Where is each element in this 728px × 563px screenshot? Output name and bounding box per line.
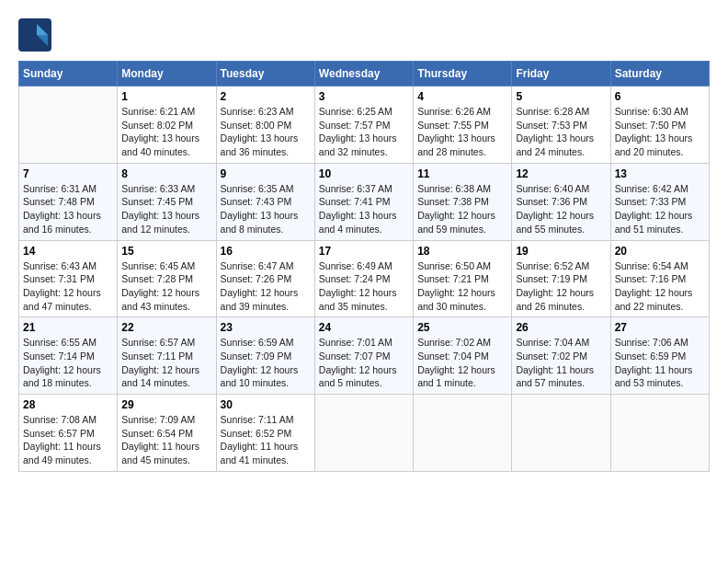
- calendar-cell: 23Sunrise: 6:59 AMSunset: 7:09 PMDayligh…: [216, 317, 314, 395]
- logo: [18, 18, 57, 52]
- calendar-cell: 13Sunrise: 6:42 AMSunset: 7:33 PMDayligh…: [610, 163, 709, 240]
- day-info: Sunrise: 6:54 AMSunset: 7:16 PMDaylight:…: [615, 259, 705, 314]
- day-info: Sunrise: 6:50 AMSunset: 7:21 PMDaylight:…: [417, 259, 507, 314]
- day-number: 3: [319, 90, 409, 103]
- day-info: Sunrise: 6:55 AMSunset: 7:14 PMDaylight:…: [23, 336, 113, 390]
- calendar-cell: 28Sunrise: 7:08 AMSunset: 6:57 PMDayligh…: [19, 395, 118, 472]
- weekday-header: Friday: [512, 62, 610, 86]
- logo-icon: [18, 18, 51, 52]
- calendar-cell: 9Sunrise: 6:35 AMSunset: 7:43 PMDaylight…: [216, 163, 314, 240]
- calendar-cell: 17Sunrise: 6:49 AMSunset: 7:24 PMDayligh…: [314, 240, 413, 317]
- calendar-body: 1Sunrise: 6:21 AMSunset: 8:02 PMDaylight…: [19, 86, 710, 472]
- calendar-cell: 10Sunrise: 6:37 AMSunset: 7:41 PMDayligh…: [314, 163, 413, 240]
- day-info: Sunrise: 6:42 AMSunset: 7:33 PMDaylight:…: [615, 182, 705, 236]
- day-number: 11: [417, 167, 507, 180]
- day-number: 14: [23, 245, 113, 258]
- weekday-header: Sunday: [19, 62, 118, 86]
- day-number: 15: [121, 245, 211, 258]
- day-number: 19: [516, 245, 606, 258]
- day-info: Sunrise: 7:02 AMSunset: 7:04 PMDaylight:…: [417, 336, 507, 390]
- day-info: Sunrise: 6:49 AMSunset: 7:24 PMDaylight:…: [319, 259, 409, 314]
- day-info: Sunrise: 7:11 AMSunset: 6:52 PMDaylight:…: [221, 413, 311, 467]
- day-info: Sunrise: 6:21 AMSunset: 8:02 PMDaylight:…: [121, 105, 211, 159]
- calendar-header: SundayMondayTuesdayWednesdayThursdayFrid…: [19, 62, 710, 86]
- weekday-header: Monday: [118, 62, 216, 86]
- weekday-header: Thursday: [414, 62, 512, 86]
- calendar-cell: [314, 395, 413, 472]
- calendar-cell: 7Sunrise: 6:31 AMSunset: 7:48 PMDaylight…: [19, 163, 118, 240]
- calendar-week-row: 7Sunrise: 6:31 AMSunset: 7:48 PMDaylight…: [19, 163, 710, 240]
- day-info: Sunrise: 6:57 AMSunset: 7:11 PMDaylight:…: [121, 336, 211, 390]
- day-number: 10: [319, 167, 409, 180]
- calendar-cell: 21Sunrise: 6:55 AMSunset: 7:14 PMDayligh…: [19, 317, 118, 395]
- day-info: Sunrise: 6:31 AMSunset: 7:48 PMDaylight:…: [23, 182, 113, 236]
- calendar-cell: [414, 395, 512, 472]
- calendar-cell: 20Sunrise: 6:54 AMSunset: 7:16 PMDayligh…: [610, 240, 709, 317]
- calendar-week-row: 21Sunrise: 6:55 AMSunset: 7:14 PMDayligh…: [19, 317, 710, 395]
- day-info: Sunrise: 7:04 AMSunset: 7:02 PMDaylight:…: [516, 336, 606, 390]
- day-number: 1: [121, 90, 211, 103]
- day-info: Sunrise: 7:01 AMSunset: 7:07 PMDaylight:…: [319, 336, 409, 390]
- day-number: 4: [417, 90, 507, 103]
- weekday-header: Saturday: [610, 62, 709, 86]
- day-number: 6: [615, 90, 705, 103]
- day-number: 25: [417, 321, 507, 334]
- day-info: Sunrise: 7:09 AMSunset: 6:54 PMDaylight:…: [121, 413, 211, 467]
- day-info: Sunrise: 6:59 AMSunset: 7:09 PMDaylight:…: [221, 336, 311, 390]
- day-info: Sunrise: 6:25 AMSunset: 7:57 PMDaylight:…: [319, 105, 409, 159]
- calendar-cell: 14Sunrise: 6:43 AMSunset: 7:31 PMDayligh…: [19, 240, 118, 317]
- calendar-cell: 25Sunrise: 7:02 AMSunset: 7:04 PMDayligh…: [414, 317, 512, 395]
- day-number: 21: [23, 321, 113, 334]
- calendar-cell: 5Sunrise: 6:28 AMSunset: 7:53 PMDaylight…: [512, 86, 610, 164]
- day-info: Sunrise: 6:45 AMSunset: 7:28 PMDaylight:…: [121, 259, 211, 314]
- calendar-cell: 19Sunrise: 6:52 AMSunset: 7:19 PMDayligh…: [512, 240, 610, 317]
- day-info: Sunrise: 7:08 AMSunset: 6:57 PMDaylight:…: [23, 413, 113, 467]
- day-number: 2: [221, 90, 311, 103]
- day-number: 23: [221, 321, 311, 334]
- day-number: 8: [121, 167, 211, 180]
- day-info: Sunrise: 6:52 AMSunset: 7:19 PMDaylight:…: [516, 259, 606, 314]
- day-number: 9: [221, 167, 311, 180]
- calendar-cell: 11Sunrise: 6:38 AMSunset: 7:38 PMDayligh…: [414, 163, 512, 240]
- weekday-header: Wednesday: [314, 62, 413, 86]
- day-number: 12: [516, 167, 606, 180]
- calendar-cell: 12Sunrise: 6:40 AMSunset: 7:36 PMDayligh…: [512, 163, 610, 240]
- calendar-week-row: 28Sunrise: 7:08 AMSunset: 6:57 PMDayligh…: [19, 395, 710, 472]
- day-info: Sunrise: 7:06 AMSunset: 6:59 PMDaylight:…: [615, 336, 705, 390]
- calendar-cell: [610, 395, 709, 472]
- calendar-cell: 8Sunrise: 6:33 AMSunset: 7:45 PMDaylight…: [118, 163, 216, 240]
- day-info: Sunrise: 6:35 AMSunset: 7:43 PMDaylight:…: [221, 182, 311, 236]
- day-info: Sunrise: 6:38 AMSunset: 7:38 PMDaylight:…: [417, 182, 507, 236]
- day-info: Sunrise: 6:33 AMSunset: 7:45 PMDaylight:…: [121, 182, 211, 236]
- calendar-week-row: 1Sunrise: 6:21 AMSunset: 8:02 PMDaylight…: [19, 86, 710, 164]
- day-info: Sunrise: 6:43 AMSunset: 7:31 PMDaylight:…: [23, 259, 113, 314]
- day-info: Sunrise: 6:26 AMSunset: 7:55 PMDaylight:…: [417, 105, 507, 159]
- day-number: 18: [417, 245, 507, 258]
- calendar-cell: [19, 86, 118, 164]
- day-number: 20: [615, 245, 705, 258]
- day-number: 24: [319, 321, 409, 334]
- day-info: Sunrise: 6:23 AMSunset: 8:00 PMDaylight:…: [221, 105, 311, 159]
- weekday-row: SundayMondayTuesdayWednesdayThursdayFrid…: [19, 62, 710, 86]
- calendar-cell: 15Sunrise: 6:45 AMSunset: 7:28 PMDayligh…: [118, 240, 216, 317]
- calendar-cell: 6Sunrise: 6:30 AMSunset: 7:50 PMDaylight…: [610, 86, 709, 164]
- day-info: Sunrise: 6:40 AMSunset: 7:36 PMDaylight:…: [516, 182, 606, 236]
- calendar-table: SundayMondayTuesdayWednesdayThursdayFrid…: [18, 61, 710, 472]
- calendar-cell: 4Sunrise: 6:26 AMSunset: 7:55 PMDaylight…: [414, 86, 512, 164]
- calendar-cell: 27Sunrise: 7:06 AMSunset: 6:59 PMDayligh…: [610, 317, 709, 395]
- calendar-cell: 16Sunrise: 6:47 AMSunset: 7:26 PMDayligh…: [216, 240, 314, 317]
- calendar-cell: 18Sunrise: 6:50 AMSunset: 7:21 PMDayligh…: [414, 240, 512, 317]
- calendar-cell: 1Sunrise: 6:21 AMSunset: 8:02 PMDaylight…: [118, 86, 216, 164]
- day-info: Sunrise: 6:28 AMSunset: 7:53 PMDaylight:…: [516, 105, 606, 159]
- day-number: 16: [221, 245, 311, 258]
- day-number: 5: [516, 90, 606, 103]
- day-number: 29: [121, 398, 211, 411]
- day-number: 22: [121, 321, 211, 334]
- day-number: 30: [221, 398, 311, 411]
- day-info: Sunrise: 6:30 AMSunset: 7:50 PMDaylight:…: [615, 105, 705, 159]
- day-info: Sunrise: 6:37 AMSunset: 7:41 PMDaylight:…: [319, 182, 409, 236]
- day-number: 13: [615, 167, 705, 180]
- calendar-cell: 22Sunrise: 6:57 AMSunset: 7:11 PMDayligh…: [118, 317, 216, 395]
- calendar-cell: 30Sunrise: 7:11 AMSunset: 6:52 PMDayligh…: [216, 395, 314, 472]
- calendar-cell: [512, 395, 610, 472]
